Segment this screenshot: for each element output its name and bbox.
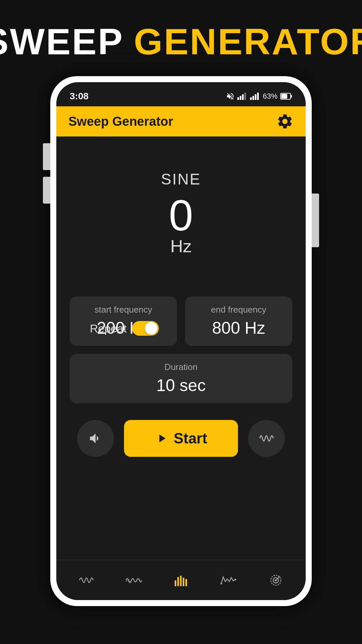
power-button[interactable] (312, 194, 319, 247)
svg-rect-12 (177, 577, 179, 586)
waveform-type[interactable]: SINE (161, 170, 201, 188)
svg-rect-6 (255, 94, 256, 100)
main-content: Repeat SINE 0 Hz start frequency 200 (56, 137, 306, 560)
start-label: Start (174, 430, 207, 447)
battery-text: 63% (263, 92, 278, 101)
start-freq-label: start frequency (95, 305, 152, 315)
volume-button[interactable] (77, 420, 114, 457)
nav-radar-icon (268, 573, 283, 588)
svg-rect-7 (257, 93, 259, 100)
nav-multiwave-icon (125, 574, 142, 586)
nav-notewave-icon (221, 574, 237, 586)
end-freq-label: end frequency (211, 305, 266, 315)
svg-rect-4 (250, 97, 252, 100)
nav-item-noise[interactable] (167, 571, 195, 590)
svg-rect-11 (175, 580, 176, 586)
notch (154, 82, 208, 86)
nav-item-tones[interactable] (119, 571, 149, 590)
nav-item-binaural[interactable] (262, 570, 290, 591)
waveform-button[interactable] (248, 420, 285, 457)
wave-icon (258, 430, 275, 446)
mute-icon (226, 92, 235, 101)
title-sweep: SWEEP (0, 20, 124, 63)
status-bar: 3:08 (56, 86, 306, 106)
svg-rect-10 (291, 95, 292, 98)
svg-rect-3 (244, 93, 246, 100)
start-button[interactable]: Start (124, 420, 238, 457)
battery-icon (280, 93, 292, 100)
freq-value: 0 (169, 192, 193, 239)
repeat-row: Repeat (90, 321, 159, 336)
side-button-right (312, 194, 319, 247)
duration-label: Duration (165, 362, 197, 372)
page-title-area: SWEEP GENERATOR (0, 0, 362, 76)
duration-box[interactable]: Duration 10 sec (70, 354, 292, 403)
volume-down-button[interactable] (43, 177, 50, 204)
main-relative: Repeat SINE 0 Hz start frequency 200 (70, 150, 292, 553)
play-icon (155, 432, 168, 445)
svg-rect-5 (252, 96, 254, 100)
phone-screen: 3:08 (56, 82, 306, 600)
nav-item-music[interactable] (214, 571, 243, 590)
svg-rect-1 (240, 96, 241, 100)
controls-row: Start (70, 420, 292, 457)
signal-icon (237, 92, 247, 101)
svg-rect-14 (183, 578, 184, 586)
nav-item-sweep[interactable] (72, 571, 100, 590)
nav-bars-icon (174, 574, 189, 586)
status-time: 3:08 (70, 91, 88, 102)
freq-display: 0 Hz (169, 192, 193, 256)
side-buttons-left (43, 143, 50, 204)
bottom-nav (56, 560, 306, 600)
nav-sine-icon (79, 574, 94, 586)
end-freq-box[interactable]: end frequency 800 Hz (185, 297, 292, 346)
svg-rect-2 (242, 94, 244, 100)
volume-up-button[interactable] (43, 143, 50, 170)
svg-rect-9 (281, 94, 287, 99)
app-bar: Sweep Generator (56, 106, 306, 137)
svg-line-21 (276, 576, 280, 580)
duration-value: 10 sec (156, 376, 205, 395)
settings-icon[interactable] (276, 113, 294, 130)
freq-unit: Hz (170, 236, 192, 256)
signal2-icon (250, 92, 260, 101)
title-generator: GENERATOR (134, 20, 362, 63)
phone-frame: 3:08 (50, 76, 312, 606)
repeat-label: Repeat (90, 322, 127, 335)
svg-rect-13 (180, 576, 182, 586)
volume-icon (88, 431, 103, 446)
svg-rect-15 (185, 579, 187, 586)
repeat-toggle[interactable] (132, 321, 159, 336)
svg-rect-0 (237, 97, 239, 100)
status-icons: 63% (226, 92, 292, 101)
svg-point-17 (234, 579, 236, 580)
toggle-knob (145, 322, 158, 335)
app-title: Sweep Generator (68, 114, 173, 129)
end-freq-value: 800 Hz (212, 318, 265, 338)
